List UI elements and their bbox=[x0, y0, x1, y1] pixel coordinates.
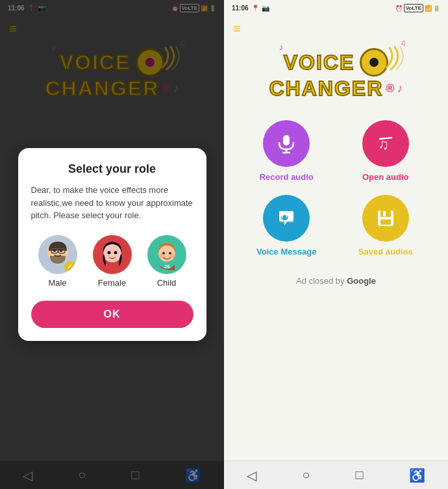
svg-point-7 bbox=[107, 251, 110, 254]
logo-changer-text-r: CHANGER bbox=[269, 77, 383, 101]
back-button-right[interactable]: ◁ bbox=[247, 468, 256, 483]
record-audio-label: Record audio bbox=[260, 172, 314, 182]
role-child[interactable]: 26 Child bbox=[147, 235, 186, 288]
open-audio-button[interactable]: ♫ Open audio bbox=[343, 120, 429, 182]
signal-icon-r: 📶 bbox=[425, 5, 432, 12]
accessibility-button-right[interactable]: ♿ bbox=[409, 468, 425, 483]
camera-icon-r: 📷 bbox=[262, 5, 269, 12]
time-right: 11:06 bbox=[232, 5, 249, 12]
microphone-icon bbox=[275, 132, 297, 155]
dialog-description: Dear, to make the voice effects more rea… bbox=[31, 184, 193, 222]
save-icon bbox=[375, 207, 397, 229]
record-audio-icon-bg[interactable] bbox=[263, 120, 310, 167]
location-icon-r: 📍 bbox=[251, 5, 259, 12]
status-bar-right: 11:06 📍 📷 ⏰ VoLTE 📶 🔋 bbox=[224, 0, 448, 16]
logo-right: ♪ ♫ VOICE CHANGER ® bbox=[269, 48, 403, 101]
dialog-overlay: Select your role Dear, to make the voice… bbox=[0, 0, 224, 489]
svg-text:26: 26 bbox=[164, 264, 170, 270]
child-label: Child bbox=[157, 278, 177, 288]
saved-audios-button[interactable]: Saved audios bbox=[343, 195, 429, 257]
child-avatar[interactable]: 26 bbox=[147, 235, 186, 274]
saved-audios-label: Saved audios bbox=[358, 247, 413, 257]
main-buttons-grid: Record audio ♫ Open audio bbox=[224, 107, 448, 270]
nav-bar-right: ◁ ○ □ ♿ bbox=[224, 460, 448, 489]
ad-text: Ad closed by bbox=[296, 276, 344, 286]
network-icon-r: VoLTE bbox=[404, 4, 423, 12]
voice-message-icon bbox=[275, 207, 297, 229]
logo-disc-inner-right bbox=[369, 58, 379, 67]
voice-message-button[interactable]: Voice Message bbox=[243, 195, 330, 257]
svg-rect-15 bbox=[283, 135, 290, 145]
role-male[interactable]: ✓ Male bbox=[38, 235, 77, 288]
ok-button[interactable]: OK bbox=[31, 301, 193, 328]
music-note-r3: ♪ bbox=[397, 82, 403, 95]
logo-curves-right bbox=[383, 45, 406, 71]
male-label: Male bbox=[48, 278, 66, 288]
role-select-dialog: Select your role Dear, to make the voice… bbox=[18, 148, 206, 341]
svg-rect-24 bbox=[383, 211, 386, 216]
svg-rect-25 bbox=[380, 219, 391, 225]
right-phone: 11:06 📍 📷 ⏰ VoLTE 📶 🔋 ≡ ♪ ♫ VOICE bbox=[224, 0, 448, 489]
role-options: ✓ Male bbox=[31, 235, 193, 288]
logo-disc-right bbox=[360, 48, 388, 77]
home-button-right[interactable]: ○ bbox=[302, 468, 310, 483]
svg-point-12 bbox=[159, 253, 164, 258]
svg-point-6 bbox=[103, 244, 121, 262]
female-avatar-svg bbox=[95, 238, 129, 271]
male-checkmark: ✓ bbox=[64, 261, 76, 273]
logo-voice-text-r: VOICE bbox=[284, 51, 355, 75]
battery-icon-r: 🔋 bbox=[433, 5, 440, 12]
registered-mark-r: ® bbox=[386, 82, 394, 95]
voice-message-icon-bg[interactable] bbox=[263, 195, 310, 242]
role-female[interactable]: Female bbox=[93, 235, 132, 288]
google-text: Google bbox=[347, 276, 376, 286]
svg-point-13 bbox=[169, 253, 175, 258]
female-label: Female bbox=[98, 278, 126, 288]
record-audio-button[interactable]: Record audio bbox=[243, 120, 330, 182]
open-audio-label: Open audio bbox=[362, 172, 409, 182]
female-avatar[interactable] bbox=[93, 235, 132, 274]
svg-point-2 bbox=[60, 249, 62, 252]
voice-message-label: Voice Message bbox=[256, 247, 316, 257]
music-note-icon: ♫ bbox=[375, 132, 397, 155]
open-audio-icon-bg[interactable]: ♫ bbox=[362, 120, 409, 167]
recents-button-right[interactable]: □ bbox=[356, 468, 364, 483]
svg-point-1 bbox=[53, 249, 56, 252]
dialog-title: Select your role bbox=[31, 162, 193, 176]
hamburger-menu-right[interactable]: ≡ bbox=[224, 16, 448, 42]
child-avatar-svg: 26 bbox=[150, 238, 184, 271]
svg-point-8 bbox=[114, 251, 117, 254]
male-avatar[interactable]: ✓ bbox=[38, 235, 77, 274]
music-note-r1: ♪ bbox=[279, 42, 283, 52]
alarm-icon-r: ⏰ bbox=[395, 5, 403, 12]
app-header-right: ♪ ♫ VOICE CHANGER ® bbox=[224, 42, 448, 101]
left-phone: 11:06 📍 📷 ⏰ VoLTE 📶 🔋 ≡ ♪ ♫ VOICE bbox=[0, 0, 224, 489]
ad-closed-bar: Ad closed by Google bbox=[224, 276, 448, 286]
saved-audios-icon-bg[interactable] bbox=[362, 195, 409, 242]
